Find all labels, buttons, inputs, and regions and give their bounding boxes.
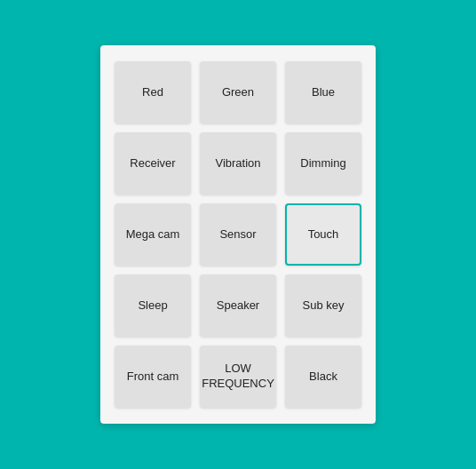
button-front-cam[interactable]: Front cam [115,346,191,408]
button-sensor[interactable]: Sensor [200,203,276,266]
main-card: RedGreenBlueReceiverVibrationDimmingMega… [100,45,376,424]
button-dimming[interactable]: Dimming [285,132,361,195]
button-receiver[interactable]: Receiver [115,132,191,195]
button-low-frequency[interactable]: LOW FREQUENCY [200,346,276,408]
button-speaker[interactable]: Speaker [200,274,276,337]
button-grid: RedGreenBlueReceiverVibrationDimmingMega… [115,61,361,408]
button-black[interactable]: Black [285,346,361,408]
button-blue[interactable]: Blue [285,61,361,123]
button-green[interactable]: Green [200,61,276,123]
button-touch[interactable]: Touch [285,203,361,266]
button-sub-key[interactable]: Sub key [285,274,361,337]
button-sleep[interactable]: Sleep [115,274,191,337]
button-mega-cam[interactable]: Mega cam [115,203,191,266]
button-vibration[interactable]: Vibration [200,132,276,195]
button-red[interactable]: Red [115,61,191,123]
